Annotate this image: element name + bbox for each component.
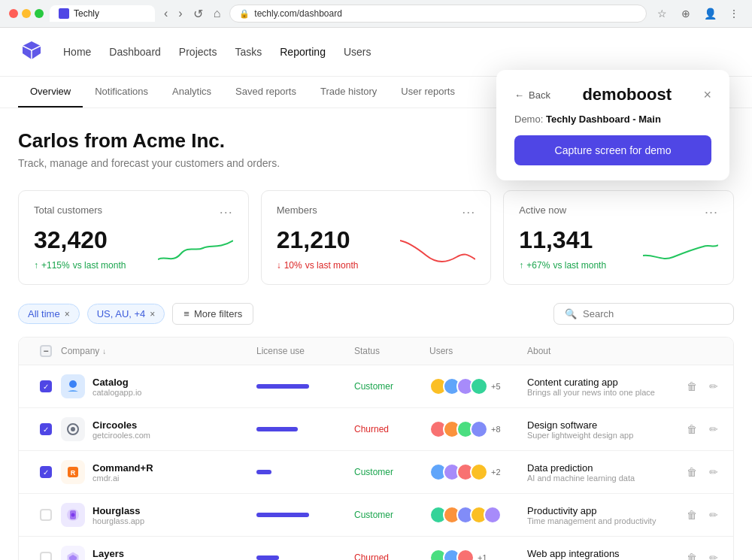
layers-checkbox[interactable] bbox=[40, 552, 52, 560]
catalog-user-count: +5 bbox=[491, 382, 501, 391]
demo-overlay-header: ← Back demoboost × bbox=[514, 85, 711, 104]
commandr-url: cmdr.ai bbox=[92, 474, 153, 483]
stats-row: Total customers ··· 32,420 ↑ +115% vs la… bbox=[18, 190, 734, 285]
browser-dots bbox=[9, 9, 44, 18]
nav-users[interactable]: Users bbox=[344, 46, 371, 58]
stat-card-active-now: Active now ··· 11,341 ↑ +67% vs last mon… bbox=[503, 190, 734, 285]
svg-text:R: R bbox=[71, 469, 76, 477]
catalog-about: Content curating app Brings all your new… bbox=[527, 377, 661, 397]
hourglass-name: Hourglass bbox=[92, 505, 144, 516]
catalog-avatar-stack bbox=[429, 377, 488, 395]
stat-change-pct-customers: +115% bbox=[41, 260, 70, 271]
reload-button[interactable]: ↺ bbox=[190, 5, 206, 23]
sort-company-icon: ↓ bbox=[102, 347, 106, 356]
hourglass-about-desc: Time management and productivity bbox=[527, 516, 661, 525]
browser-url-bar[interactable]: 🔒 techly.com/dashboard bbox=[229, 5, 647, 23]
filter-tag-us-au-label: US, AU, +4 bbox=[97, 308, 146, 319]
stat-label-customers: Total customers bbox=[34, 204, 102, 216]
browser-dot-green bbox=[35, 9, 44, 18]
layers-delete-button[interactable]: 🗑 bbox=[684, 549, 700, 560]
catalog-users: +5 bbox=[429, 377, 527, 395]
layers-logo bbox=[61, 546, 85, 560]
commandr-edit-button[interactable]: ✏ bbox=[706, 463, 721, 481]
profile-button[interactable]: 👤 bbox=[701, 5, 719, 23]
tab-favicon bbox=[59, 8, 69, 19]
browser-tab[interactable]: Techly bbox=[50, 5, 155, 22]
nav-tasks[interactable]: Tasks bbox=[235, 46, 262, 58]
bookmark-button[interactable]: ☆ bbox=[653, 5, 671, 23]
menu-button[interactable]: ⋮ bbox=[725, 5, 743, 23]
circooles-name: Circooles bbox=[92, 419, 150, 431]
filter-tag-us-au[interactable]: US, AU, +4 × bbox=[87, 304, 165, 324]
circooles-delete-button[interactable]: 🗑 bbox=[684, 420, 700, 438]
layers-company-cell: Layers getlayers.io bbox=[61, 546, 256, 560]
stat-change-label-active: vs last month bbox=[553, 260, 606, 271]
circooles-checkbox[interactable] bbox=[40, 423, 52, 435]
subnav-saved-reports[interactable]: Saved reports bbox=[223, 77, 308, 107]
subnav-trade-history[interactable]: Trade history bbox=[308, 77, 389, 107]
filter-more-label: More filters bbox=[194, 308, 242, 319]
subnav-notifications[interactable]: Notifications bbox=[83, 77, 160, 107]
hourglass-checkbox[interactable] bbox=[40, 509, 52, 521]
table-container: Company ↓ License use Status Users About bbox=[18, 337, 734, 560]
header-company[interactable]: Company ↓ bbox=[61, 346, 256, 356]
home-button[interactable]: ⌂ bbox=[211, 5, 224, 22]
filter-tag-all-time-remove[interactable]: × bbox=[65, 309, 70, 319]
layers-edit-button[interactable]: ✏ bbox=[706, 549, 721, 560]
hourglass-delete-button[interactable]: 🗑 bbox=[684, 506, 700, 524]
layers-avatar-stack bbox=[429, 549, 475, 560]
circooles-url: getcirooles.com bbox=[92, 431, 150, 440]
nav-reporting[interactable]: Reporting bbox=[280, 46, 326, 58]
stat-label-active: Active now bbox=[519, 204, 566, 216]
nav-home[interactable]: Home bbox=[63, 46, 91, 58]
layers-license-bar bbox=[256, 555, 279, 560]
select-all-checkbox[interactable] bbox=[40, 345, 52, 357]
hourglass-edit-button[interactable]: ✏ bbox=[706, 506, 721, 524]
demo-back-button[interactable]: ← Back bbox=[514, 89, 550, 101]
subnav-analytics[interactable]: Analytics bbox=[160, 77, 223, 107]
header-checkbox-cell bbox=[31, 345, 61, 357]
layers-users: +1 bbox=[429, 549, 527, 560]
circooles-edit-button[interactable]: ✏ bbox=[706, 420, 721, 438]
subnav-overview[interactable]: Overview bbox=[18, 77, 83, 107]
commandr-company-cell: R Command+R cmdr.ai bbox=[61, 460, 256, 484]
svg-point-0 bbox=[69, 380, 77, 388]
filter-more-button[interactable]: ≡ More filters bbox=[172, 303, 253, 325]
catalog-status: Customer bbox=[354, 380, 429, 393]
browser-dot-red bbox=[9, 9, 18, 18]
catalog-delete-button[interactable]: 🗑 bbox=[684, 377, 700, 395]
circooles-users: +8 bbox=[429, 420, 527, 438]
stat-menu-customers[interactable]: ··· bbox=[220, 204, 233, 220]
circooles-checkbox-cell bbox=[31, 423, 61, 435]
avatar bbox=[470, 463, 488, 481]
demo-close-button[interactable]: × bbox=[703, 88, 711, 101]
filter-tag-us-au-remove[interactable]: × bbox=[150, 309, 155, 319]
catalog-edit-button[interactable]: ✏ bbox=[706, 377, 721, 395]
search-input[interactable] bbox=[583, 308, 723, 319]
back-button[interactable]: ‹ bbox=[161, 5, 171, 22]
stat-menu-members[interactable]: ··· bbox=[462, 204, 475, 220]
stat-card-header-members: Members ··· bbox=[277, 204, 476, 220]
stat-menu-active[interactable]: ··· bbox=[705, 204, 718, 220]
filter-tag-all-time[interactable]: All time × bbox=[18, 304, 80, 324]
header-users-label: Users bbox=[429, 346, 453, 356]
demo-label: Demo: Techly Dashboard - Main bbox=[514, 114, 711, 125]
commandr-delete-button[interactable]: 🗑 bbox=[684, 463, 700, 481]
catalog-checkbox[interactable] bbox=[40, 380, 52, 392]
commandr-checkbox-cell bbox=[31, 466, 61, 478]
demo-capture-button[interactable]: Capture screen for demo bbox=[514, 135, 711, 165]
subnav-user-reports[interactable]: User reports bbox=[389, 77, 467, 107]
commandr-name: Command+R bbox=[92, 462, 153, 474]
stat-change-label-members: vs last month bbox=[305, 260, 359, 271]
forward-button[interactable]: › bbox=[175, 5, 185, 22]
circooles-license-bar bbox=[256, 427, 298, 431]
url-text: techly.com/dashboard bbox=[254, 8, 342, 19]
table-row: Hourglass hourglass.app Customer bbox=[19, 494, 733, 537]
avatar bbox=[456, 549, 475, 560]
extension-button[interactable]: ⊕ bbox=[677, 5, 695, 23]
layers-checkbox-cell bbox=[31, 552, 61, 560]
commandr-checkbox[interactable] bbox=[40, 466, 52, 478]
nav-projects[interactable]: Projects bbox=[179, 46, 217, 58]
circooles-logo bbox=[61, 417, 85, 441]
nav-dashboard[interactable]: Dashboard bbox=[109, 46, 161, 58]
